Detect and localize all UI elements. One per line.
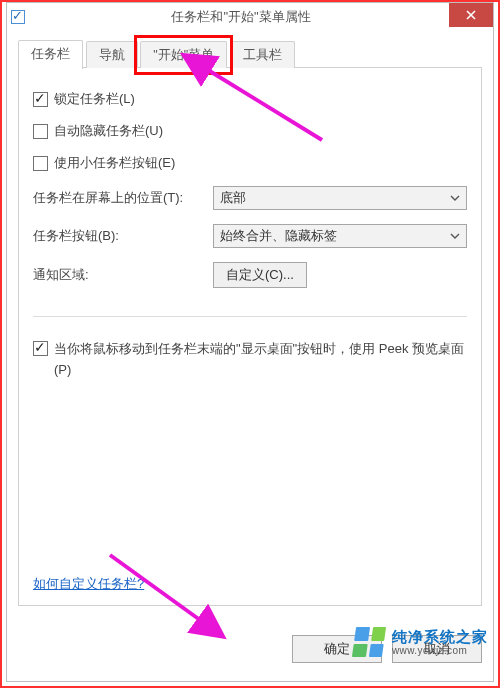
system-icon (11, 10, 25, 24)
tab-startmenu[interactable]: "开始"菜单 (140, 41, 227, 69)
small-buttons-row: 使用小任务栏按钮(E) (33, 154, 467, 172)
buttons-value: 始终合并、隐藏标签 (220, 228, 337, 245)
customize-button[interactable]: 自定义(C)... (213, 262, 307, 288)
tab-taskbar[interactable]: 任务栏 (18, 40, 83, 69)
peek-label: 当你将鼠标移动到任务栏末端的"显示桌面"按钮时，使用 Peek 预览桌面(P) (54, 339, 467, 381)
location-value: 底部 (220, 190, 246, 207)
title-bar: 任务栏和"开始"菜单属性 (7, 3, 493, 31)
window-title: 任务栏和"开始"菜单属性 (25, 8, 493, 26)
separator (33, 316, 467, 317)
location-row: 任务栏在屏幕上的位置(T): 底部 (33, 186, 467, 210)
close-button[interactable] (449, 3, 493, 27)
notify-area-row: 通知区域: 自定义(C)... (33, 262, 467, 288)
buttons-combobox[interactable]: 始终合并、隐藏标签 (213, 224, 467, 248)
close-icon (466, 10, 476, 20)
chevron-down-icon (450, 233, 460, 239)
dialog-footer: 确定 取消 (18, 632, 482, 666)
small-buttons-checkbox[interactable] (33, 156, 48, 171)
notify-area-label: 通知区域: (33, 266, 213, 284)
tab-navigation[interactable]: 导航 (86, 41, 138, 69)
autohide-row: 自动隐藏任务栏(U) (33, 122, 467, 140)
cancel-button[interactable]: 取消 (392, 635, 482, 663)
buttons-label: 任务栏按钮(B): (33, 227, 213, 245)
peek-checkbox[interactable] (33, 341, 48, 356)
autohide-checkbox[interactable] (33, 124, 48, 139)
ok-button[interactable]: 确定 (292, 635, 382, 663)
autohide-label: 自动隐藏任务栏(U) (54, 122, 163, 140)
lock-taskbar-label: 锁定任务栏(L) (54, 90, 135, 108)
tab-strip: 任务栏 导航 "开始"菜单 工具栏 (18, 40, 482, 68)
tab-toolbars[interactable]: 工具栏 (230, 41, 295, 69)
location-label: 任务栏在屏幕上的位置(T): (33, 189, 213, 207)
small-buttons-label: 使用小任务栏按钮(E) (54, 154, 175, 172)
location-combobox[interactable]: 底部 (213, 186, 467, 210)
buttons-row: 任务栏按钮(B): 始终合并、隐藏标签 (33, 224, 467, 248)
tab-panel-taskbar: 锁定任务栏(L) 自动隐藏任务栏(U) 使用小任务栏按钮(E) 任务栏在屏幕上的… (18, 68, 482, 606)
lock-taskbar-checkbox[interactable] (33, 92, 48, 107)
peek-row: 当你将鼠标移动到任务栏末端的"显示桌面"按钮时，使用 Peek 预览桌面(P) (33, 339, 467, 381)
help-link[interactable]: 如何自定义任务栏? (33, 575, 144, 593)
lock-taskbar-row: 锁定任务栏(L) (33, 90, 467, 108)
chevron-down-icon (450, 195, 460, 201)
